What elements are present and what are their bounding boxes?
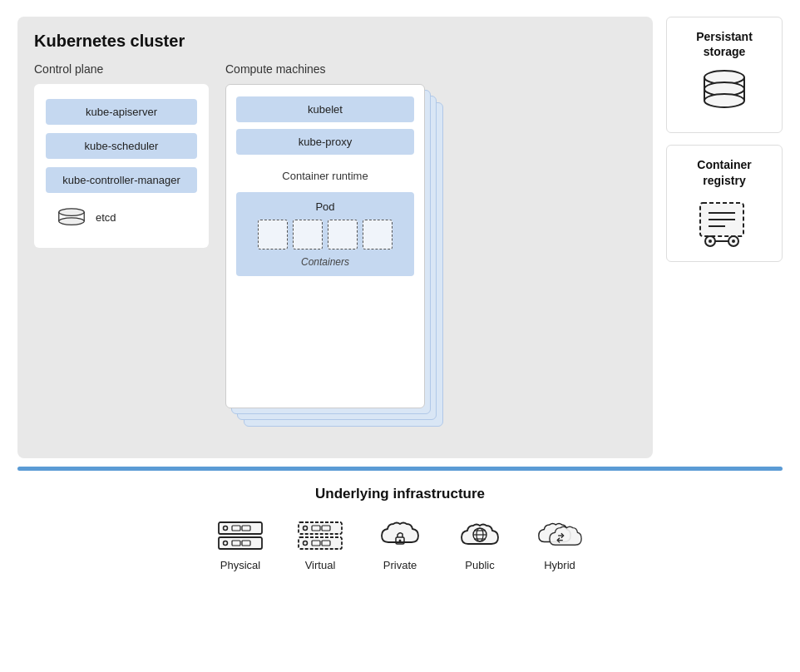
control-plane-box: kube-apiserver kube-scheduler kube-contr…: [34, 84, 209, 248]
database-icon: [698, 69, 751, 119]
virtual-server-icon: [297, 519, 343, 552]
registry-panel: Container registry: [666, 145, 783, 261]
storage-title: Persistant storage: [675, 29, 773, 59]
main-wrapper: Kubernetes cluster Control plane kube-ap…: [17, 17, 783, 458]
k8s-title: Kubernetes cluster: [34, 32, 636, 51]
container-box-3: [328, 220, 358, 250]
node-card-front: kubelet kube-proxy Container runtime Pod: [225, 84, 425, 408]
public-icon: [457, 517, 503, 554]
compute-section: Compute machines kubelet kube-proxy Cont…: [225, 62, 636, 442]
containers-label: Containers: [301, 256, 349, 268]
compute-label: Compute machines: [225, 62, 636, 76]
infra-item-hybrid: Hybrid: [536, 517, 583, 571]
control-plane-section: Control plane kube-apiserver kube-schedu…: [34, 62, 209, 442]
hybrid-icon: [536, 517, 583, 554]
k8s-inner: Control plane kube-apiserver kube-schedu…: [34, 62, 636, 442]
container-box-4: [363, 220, 393, 250]
physical-icon: [217, 517, 264, 554]
etcd-row: etcd: [46, 201, 197, 233]
svg-point-10: [709, 240, 712, 243]
etcd-icon: [56, 208, 87, 226]
registry-title: Container registry: [675, 157, 773, 187]
container-runtime-label: Container runtime: [236, 170, 414, 182]
pod-label: Pod: [315, 200, 334, 213]
private-label: Private: [383, 559, 417, 571]
infra-icons-row: Physical Virtual: [17, 517, 783, 571]
hybrid-label: Hybrid: [544, 559, 575, 571]
svg-point-31: [399, 540, 402, 542]
infra-item-physical: Physical: [217, 517, 264, 571]
virtual-label: Virtual: [305, 559, 336, 571]
kubelet-pill: kubelet: [236, 96, 414, 122]
registry-icon: [695, 198, 753, 248]
kube-apiserver-pill: kube-apiserver: [46, 99, 197, 125]
infra-title: Underlying infrastructure: [17, 486, 783, 502]
stacked-node-container: kubelet kube-proxy Container runtime Pod: [225, 84, 636, 442]
svg-point-4: [704, 94, 744, 107]
physical-server-icon: [217, 519, 264, 552]
k8s-cluster-box: Kubernetes cluster Control plane kube-ap…: [17, 17, 653, 458]
infra-item-virtual: Virtual: [297, 517, 343, 571]
physical-label: Physical: [220, 559, 260, 571]
infra-item-public: Public: [457, 517, 503, 571]
svg-point-12: [732, 240, 735, 243]
infra-item-private: Private: [377, 517, 423, 571]
hybrid-cloud-icon: [536, 517, 583, 554]
etcd-label: etcd: [96, 211, 116, 224]
containers-row: [258, 220, 393, 250]
right-panels: Persistant storage Container registry: [666, 17, 783, 458]
virtual-icon: [297, 517, 343, 554]
infra-section: Underlying infrastructure P: [17, 467, 783, 571]
kube-controller-manager-pill: kube-controller-manager: [46, 167, 197, 193]
public-label: Public: [465, 559, 494, 571]
container-box-1: [258, 220, 288, 250]
kube-scheduler-pill: kube-scheduler: [46, 133, 197, 159]
pod-box: Pod Containers: [236, 192, 414, 276]
private-cloud-icon: [377, 517, 423, 554]
kube-proxy-pill: kube-proxy: [236, 129, 414, 155]
private-icon: [377, 517, 423, 554]
infra-divider-bar: [17, 467, 783, 471]
svg-point-1: [59, 218, 84, 225]
storage-panel: Persistant storage: [666, 17, 783, 133]
svg-point-0: [59, 209, 84, 215]
control-plane-label: Control plane: [34, 62, 209, 76]
public-cloud-icon: [457, 517, 503, 554]
container-box-2: [293, 220, 323, 250]
